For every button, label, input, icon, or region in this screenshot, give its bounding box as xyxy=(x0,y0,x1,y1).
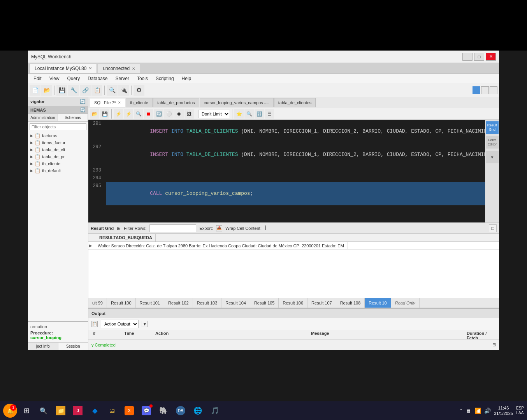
filter-rows-input[interactable] xyxy=(149,224,196,232)
tray-wifi-icon[interactable]: 📶 xyxy=(474,408,481,414)
tray-display-icon[interactable]: 🖥 xyxy=(466,408,471,414)
taskbar-windows-btn[interactable]: ⊞ xyxy=(19,403,34,418)
result-grid-btn[interactable]: ResultGrid xyxy=(486,121,499,134)
menu-help[interactable]: Help xyxy=(178,75,195,82)
toolbar-save[interactable]: 💾 xyxy=(56,85,67,96)
result-tab-99[interactable]: ult 99 xyxy=(88,298,107,308)
sidebar-icon[interactable]: 🔄 xyxy=(80,99,86,104)
tree-item-tb-cliente[interactable]: ▶ 📋 tb_cliente xyxy=(28,160,88,167)
toolbar-btn5[interactable]: 🔌 xyxy=(118,85,129,96)
toolbar-open[interactable]: 📂 xyxy=(41,85,52,96)
result-tab-active[interactable]: Result 10 xyxy=(365,298,391,308)
result-grid-row[interactable]: ▶ Walter Soruco Dirección: Calz. de Tlal… xyxy=(88,242,499,250)
tree-item-items-factur[interactable]: ▶ 📋 items_factur xyxy=(28,139,88,146)
tree-item-tabla-cli[interactable]: ▶ 📋 tabla_de_cli xyxy=(28,146,88,153)
result-tab-103[interactable]: Result 103 xyxy=(193,298,222,308)
output-icon[interactable]: 📋 xyxy=(91,321,98,327)
menu-edit[interactable]: Edit xyxy=(30,75,46,82)
tab-administration[interactable]: Administration xyxy=(28,114,58,121)
code-editor[interactable]: 291 INSERT INTO TABLA_DE_CLIENTES (DNI, … xyxy=(88,120,485,222)
tree-item-tb-default[interactable]: ▶ 📋 tb_default xyxy=(28,167,88,174)
sql-tab-cursor-looping[interactable]: cursor_looping_varios_campos -... xyxy=(200,98,274,107)
result-tab-101[interactable]: Result 101 xyxy=(136,298,165,308)
tab-close-icon[interactable]: ✕ xyxy=(132,66,135,71)
wrap-icon[interactable]: Ī xyxy=(265,225,266,231)
toolbar-view2[interactable] xyxy=(481,86,489,94)
sql-tab-tb-cliente[interactable]: tb_cliente xyxy=(126,98,153,107)
taskbar-orange-btn[interactable]: X xyxy=(121,403,137,418)
sql-tab-file7[interactable]: SQL File 7* ✕ xyxy=(90,98,125,107)
toolbar-settings[interactable]: ⚙ xyxy=(134,85,144,96)
result-tab-102[interactable]: Result 102 xyxy=(164,298,193,308)
sql-open-btn[interactable]: 📂 xyxy=(90,109,99,119)
result-tab-105[interactable]: Result 105 xyxy=(250,298,279,308)
taskbar-files-btn[interactable]: 📁 xyxy=(53,403,69,418)
tray-volume-icon[interactable]: 🔊 xyxy=(484,408,491,414)
export-icon[interactable]: 📤 xyxy=(216,225,222,231)
taskbar-db1-btn[interactable]: 🐘 xyxy=(156,403,171,418)
limit-select[interactable]: Don't Limit 1000 rows 200 rows xyxy=(198,110,230,118)
tab-local-instance[interactable]: Local instance MySQL80 ✕ xyxy=(30,64,97,73)
expand-icon[interactable]: □ xyxy=(489,224,497,232)
notification-bubble[interactable]: 🔔 3 xyxy=(3,404,17,418)
sql-btn-list[interactable]: ☰ xyxy=(265,109,274,119)
sql-tab-tabla-clientes[interactable]: tabla_de_clientes xyxy=(274,98,316,107)
result-tab-107[interactable]: Result 107 xyxy=(307,298,336,308)
row-expand-icon[interactable]: ▶ xyxy=(88,242,95,249)
taskbar-spotify-btn[interactable]: 🎵 xyxy=(207,403,223,418)
form-editor-btn[interactable]: FormEditor xyxy=(486,136,499,149)
taskbar-chrome-btn[interactable]: 🌐 xyxy=(190,403,206,418)
tab-project-info[interactable]: ject Info xyxy=(28,343,58,350)
tab-schemas[interactable]: Schemas xyxy=(58,114,88,121)
tree-item-facturas[interactable]: ▶ 📋 facturas xyxy=(28,132,88,139)
result-tab-readonly[interactable]: Read Only xyxy=(391,298,420,308)
taskbar-filemgr-btn[interactable]: 🗂 xyxy=(104,403,120,418)
tray-chevron[interactable]: ⌃ xyxy=(459,408,463,413)
taskbar-db2-btn[interactable]: DB xyxy=(173,403,188,418)
toolbar-view1[interactable] xyxy=(473,86,480,94)
output-dropdown-btn[interactable]: ▼ xyxy=(142,321,148,327)
sql-btn-arrow[interactable]: 🔍 xyxy=(244,109,254,119)
taskbar-vscode-btn[interactable]: ◆ xyxy=(87,403,103,418)
sql-btn-img[interactable]: 🖼 xyxy=(184,109,194,119)
sql-toggle-btn[interactable]: 🔄 xyxy=(154,109,163,119)
result-tab-106[interactable]: Result 106 xyxy=(279,298,307,308)
result-tab-100[interactable]: Result 100 xyxy=(107,298,136,308)
result-tab-104[interactable]: Result 104 xyxy=(221,298,250,308)
system-clock[interactable]: 11:46 31/1/2025 xyxy=(494,405,513,416)
sql-stop-btn[interactable]: ⏹ xyxy=(144,109,153,119)
toolbar-view3[interactable] xyxy=(490,86,497,94)
toolbar-btn4[interactable]: 📋 xyxy=(91,85,102,96)
sql-btn-num[interactable]: 🔢 xyxy=(255,109,264,119)
toolbar-new[interactable]: 📄 xyxy=(30,85,40,96)
sql-btn-stop2[interactable]: ⏺ xyxy=(174,109,184,119)
scroll-down-btn[interactable]: ▼ xyxy=(486,151,499,163)
menu-query[interactable]: Query xyxy=(63,75,84,82)
tab-unconnected[interactable]: unconnected ✕ xyxy=(98,64,140,73)
sql-btn-red[interactable]: ⚪ xyxy=(164,109,174,119)
language-indicator[interactable]: ESP LAA xyxy=(516,406,524,415)
sql-star-btn[interactable]: ⭐ xyxy=(234,109,244,119)
close-button[interactable]: ✕ xyxy=(486,53,496,61)
sql-tab-close-icon[interactable]: ✕ xyxy=(118,101,121,105)
taskbar-jetbrains-btn[interactable]: J xyxy=(70,403,86,418)
menu-tools[interactable]: Tools xyxy=(133,75,152,82)
menu-server[interactable]: Server xyxy=(112,75,133,82)
menu-scripting[interactable]: Scripting xyxy=(152,75,178,82)
action-output-select[interactable]: Action Output xyxy=(101,320,139,328)
menu-view[interactable]: View xyxy=(46,75,63,82)
sql-execute-btn[interactable]: ⚡ xyxy=(114,109,123,119)
toolbar-search[interactable]: 🔍 xyxy=(107,85,118,96)
menu-database[interactable]: Database xyxy=(84,75,111,82)
taskbar-discord-btn[interactable]: 💬 xyxy=(139,403,154,418)
minimize-button[interactable]: ─ xyxy=(462,53,473,61)
tree-item-tabla-pr[interactable]: ▶ 📋 tabla_de_pr xyxy=(28,153,88,160)
toolbar-btn3[interactable]: 🔗 xyxy=(80,85,91,96)
tab-session[interactable]: Session xyxy=(58,343,88,350)
toolbar-btn2[interactable]: 🔧 xyxy=(68,85,79,96)
taskbar-search-btn[interactable]: 🔍 xyxy=(36,403,51,418)
sql-explain-btn[interactable]: 🔍 xyxy=(134,109,143,119)
filter-input[interactable] xyxy=(30,123,86,130)
sql-tab-tabla-productos[interactable]: tabla_de_productos xyxy=(153,98,199,107)
maximize-button[interactable]: □ xyxy=(474,53,484,61)
